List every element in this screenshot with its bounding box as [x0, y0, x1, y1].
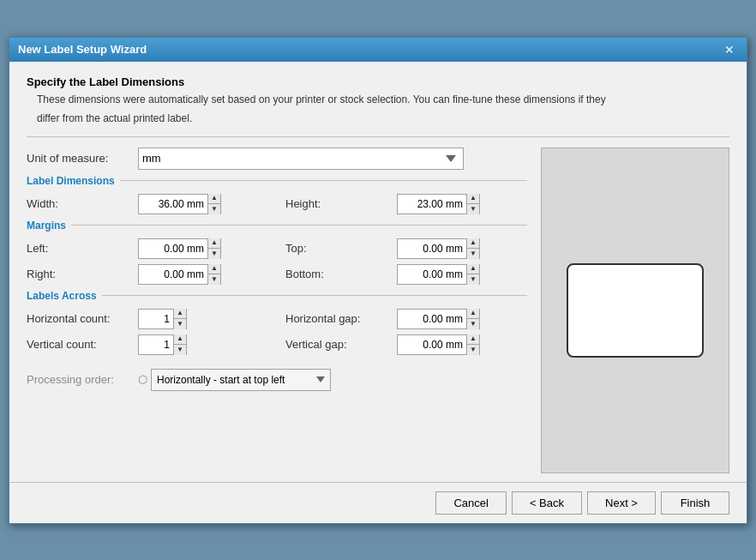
height-input[interactable]: [398, 195, 466, 214]
margins-divider: [71, 225, 527, 226]
processing-label: Processing order:: [27, 373, 138, 386]
hgap-row: Horizontal gap: ▲ ▼: [285, 309, 527, 329]
top-row: Top: ▲ ▼: [285, 238, 527, 259]
width-row: Width: ▲ ▼: [27, 194, 268, 214]
height-up-btn[interactable]: ▲: [467, 194, 479, 205]
labels-across-section: Labels Across: [27, 290, 527, 302]
vcount-up-btn[interactable]: ▲: [174, 334, 186, 346]
section-desc-line1: These dimensions were automatically set …: [37, 92, 729, 107]
width-spinner: ▲ ▼: [138, 194, 221, 214]
vgap-row: Vertical gap: ▲ ▼: [285, 334, 527, 355]
labels-across-title: Labels Across: [27, 290, 97, 302]
processing-select[interactable]: Horizontally - start at top left: [151, 369, 331, 391]
hgap-input[interactable]: [398, 310, 466, 328]
right-down-btn[interactable]: ▼: [208, 274, 220, 285]
vcount-label: Vertical count:: [27, 338, 138, 351]
vcount-input[interactable]: [139, 335, 173, 354]
dialog-container: New Label Setup Wizard ✕ Specify the Lab…: [9, 37, 747, 524]
hcount-input[interactable]: [139, 310, 173, 328]
vcount-spinner-buttons: ▲ ▼: [173, 334, 186, 355]
main-content: Unit of measure: mm inches cm Label Dime…: [27, 148, 729, 473]
top-down-btn[interactable]: ▼: [467, 249, 479, 259]
close-button[interactable]: ✕: [721, 43, 738, 57]
hgap-spinner: ▲ ▼: [397, 309, 480, 329]
hgap-down-btn[interactable]: ▼: [467, 319, 479, 329]
hcount-up-btn[interactable]: ▲: [174, 309, 186, 320]
top-spinner-buttons: ▲ ▼: [466, 238, 479, 259]
vcount-row: Vertical count: ▲ ▼: [27, 334, 268, 355]
processing-row: Processing order: ⬡ Horizontally - start…: [27, 369, 527, 391]
left-spinner-buttons: ▲ ▼: [207, 238, 220, 259]
width-down-btn[interactable]: ▼: [208, 204, 220, 214]
width-label: Width:: [27, 197, 138, 210]
hcount-label: Horizontal count:: [27, 312, 138, 325]
back-button[interactable]: < Back: [512, 491, 582, 515]
vgap-label: Vertical gap:: [285, 338, 397, 351]
width-col: Width: ▲ ▼: [27, 194, 268, 220]
finish-button[interactable]: Finish: [661, 491, 729, 515]
processing-input-area: ⬡ Horizontally - start at top left: [138, 369, 331, 391]
title-bar: New Label Setup Wizard ✕: [9, 38, 747, 62]
vcount-down-btn[interactable]: ▼: [174, 345, 186, 355]
vcount-spinner: ▲ ▼: [138, 334, 187, 355]
height-label: Height:: [285, 197, 397, 210]
hgap-label: Horizontal gap:: [285, 312, 397, 325]
label-dimensions-section: Label Dimensions: [27, 175, 527, 187]
label-dimensions-title: Label Dimensions: [27, 175, 115, 187]
top-label: Top:: [285, 242, 397, 255]
height-down-btn[interactable]: ▼: [467, 204, 479, 214]
section-header: Specify the Label Dimensions: [27, 75, 729, 88]
bottom-spinner: ▲ ▼: [397, 264, 480, 285]
hgap-spinner-buttons: ▲ ▼: [466, 309, 479, 329]
left-label: Left:: [27, 242, 138, 255]
unit-label: Unit of measure:: [27, 152, 138, 165]
label-preview: [567, 263, 704, 358]
right-spinner-buttons: ▲ ▼: [207, 264, 220, 285]
section-desc-line2: differ from the actual printed label.: [37, 111, 729, 126]
right-spinner: ▲ ▼: [138, 264, 221, 285]
right-input[interactable]: [139, 265, 207, 284]
cancel-button[interactable]: Cancel: [435, 491, 506, 515]
vgap-up-btn[interactable]: ▲: [467, 334, 479, 346]
bottom-spinner-buttons: ▲ ▼: [466, 264, 479, 285]
left-up-btn[interactable]: ▲: [208, 238, 220, 250]
bottom-label: Bottom:: [285, 268, 397, 280]
unit-of-measure-row: Unit of measure: mm inches cm: [27, 148, 527, 170]
width-up-btn[interactable]: ▲: [208, 194, 220, 205]
dialog-title: New Label Setup Wizard: [18, 43, 147, 56]
top-up-btn[interactable]: ▲: [467, 238, 479, 250]
hcount-spinner-buttons: ▲ ▼: [173, 309, 186, 329]
top-input[interactable]: [398, 239, 466, 258]
hcount-down-btn[interactable]: ▼: [174, 319, 186, 329]
vgap-down-btn[interactable]: ▼: [467, 345, 479, 355]
dialog-body: Specify the Label Dimensions These dimen…: [9, 62, 747, 482]
right-up-btn[interactable]: ▲: [208, 264, 220, 275]
vgap-spinner: ▲ ▼: [397, 334, 480, 355]
margins-fields: Left: ▲ ▼ Right:: [27, 238, 527, 290]
next-button[interactable]: Next >: [587, 491, 656, 515]
bottom-down-btn[interactable]: ▼: [467, 274, 479, 285]
labels-across-fields: Horizontal count: ▲ ▼ Vertical count:: [27, 309, 527, 360]
height-spinner-buttons: ▲ ▼: [466, 194, 479, 214]
left-down-btn[interactable]: ▼: [208, 249, 220, 259]
hcount-row: Horizontal count: ▲ ▼: [27, 309, 268, 329]
left-input[interactable]: [139, 239, 207, 258]
top-spinner: ▲ ▼: [397, 238, 480, 259]
bottom-input[interactable]: [398, 265, 466, 284]
right-label: Right:: [27, 268, 138, 280]
width-spinner-buttons: ▲ ▼: [207, 194, 220, 214]
height-spinner: ▲ ▼: [397, 194, 480, 214]
hgap-vgap-col: Horizontal gap: ▲ ▼ Vertical gap:: [285, 309, 527, 360]
height-col: Height: ▲ ▼: [285, 194, 527, 220]
form-area: Unit of measure: mm inches cm Label Dime…: [27, 148, 527, 473]
left-row: Left: ▲ ▼: [27, 238, 268, 259]
vgap-input[interactable]: [398, 335, 466, 354]
unit-select[interactable]: mm inches cm: [138, 148, 464, 170]
bottom-up-btn[interactable]: ▲: [467, 264, 479, 275]
width-input[interactable]: [139, 195, 207, 214]
left-spinner: ▲ ▼: [138, 238, 221, 259]
left-top-col: Left: ▲ ▼ Right:: [27, 238, 268, 290]
margins-title: Margins: [27, 220, 66, 232]
hgap-up-btn[interactable]: ▲: [467, 309, 479, 320]
label-dimensions-divider: [120, 180, 527, 181]
